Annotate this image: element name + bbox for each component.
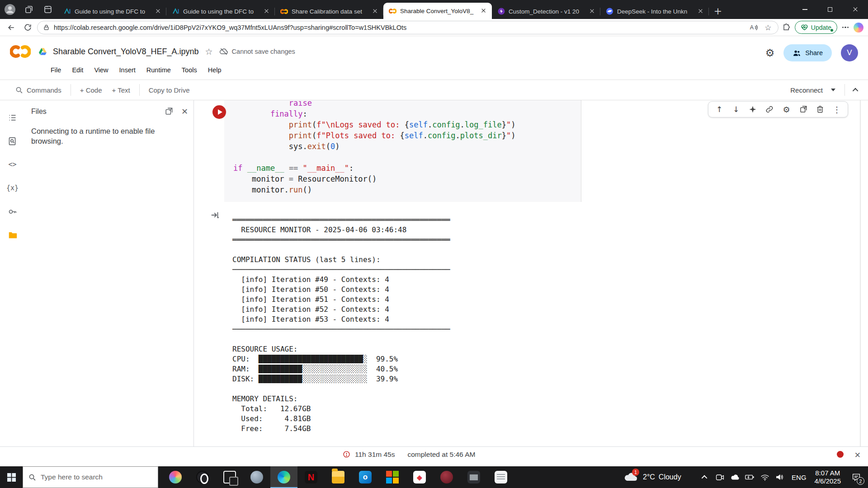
menu-file[interactable]: File — [45, 65, 66, 75]
start-menu-icon[interactable] — [0, 466, 23, 488]
close-tab-icon[interactable] — [155, 8, 162, 15]
collapse-toolbar-icon[interactable] — [852, 88, 860, 92]
menu-tools[interactable]: Tools — [176, 65, 203, 75]
close-tab-icon[interactable] — [697, 8, 704, 15]
close-tab-icon[interactable] — [589, 8, 596, 15]
add-code-button[interactable]: + Code — [78, 86, 104, 94]
wifi-icon[interactable] — [757, 466, 772, 488]
notepad-icon[interactable] — [487, 466, 514, 488]
microsoft-grid-icon[interactable] — [379, 466, 406, 488]
netflix-icon[interactable]: N — [297, 466, 325, 488]
extensions-icon[interactable] — [781, 22, 792, 33]
tab-actions-icon[interactable] — [42, 3, 54, 16]
opera-browser-icon[interactable] — [189, 466, 216, 488]
url-text[interactable]: https://colab.research.google.com/drive/… — [54, 24, 745, 31]
close-tab-icon[interactable] — [372, 8, 379, 15]
close-panel-icon[interactable]: ✕ — [181, 107, 188, 116]
read-aloud-icon[interactable]: A — [748, 22, 759, 33]
battery-icon[interactable] — [742, 466, 757, 488]
menu-bar: FileEditViewInsertRuntimeToolsHelp — [0, 62, 868, 78]
output-options-icon[interactable] — [210, 210, 220, 220]
browser-tab-2[interactable]: Guide to using the DFC to — [166, 4, 275, 19]
commands-label: Commands — [27, 86, 61, 94]
mirror-cell-icon[interactable] — [798, 104, 808, 114]
menu-help[interactable]: Help — [203, 65, 227, 75]
menu-runtime[interactable]: Runtime — [141, 65, 176, 75]
language-indicator[interactable]: ENG — [787, 474, 811, 481]
tab-label: Share Calibration data set — [292, 8, 368, 15]
workspaces-icon[interactable] — [23, 3, 35, 16]
mirror-panel-icon[interactable] — [165, 107, 173, 116]
clock[interactable]: 8:07 AM 4/6/2025 — [811, 469, 844, 485]
delete-cell-icon[interactable] — [815, 104, 825, 114]
files-icon[interactable] — [4, 223, 22, 247]
browser-tab-3[interactable]: Share Calibration data set — [275, 4, 383, 19]
red-app-icon[interactable]: ◆ — [406, 466, 433, 488]
settings-gear-icon[interactable]: ⚙ — [765, 47, 775, 59]
meet-now-icon[interactable] — [712, 466, 727, 488]
move-cell-up-icon[interactable]: ↑ — [714, 104, 724, 114]
photos-dark-icon[interactable] — [460, 466, 487, 488]
browser-tab-5[interactable]: Custom_Detection - v1 20 — [492, 4, 600, 19]
cell-settings-icon[interactable]: ⚙ — [782, 104, 792, 114]
hidden-icons-chevron[interactable] — [698, 466, 712, 488]
move-cell-down-icon[interactable]: ↓ — [731, 104, 741, 114]
reconnect-button[interactable]: Reconnect — [788, 86, 837, 94]
search-highlights-icon[interactable] — [162, 466, 189, 488]
browser-tab-4[interactable]: Sharable Convert_YoloV8_ — [383, 3, 492, 19]
table-of-contents-icon[interactable] — [4, 106, 22, 129]
task-view-icon[interactable] — [216, 466, 243, 488]
share-button[interactable]: Share — [783, 44, 832, 61]
menu-insert[interactable]: Insert — [114, 65, 141, 75]
run-cell-button[interactable] — [212, 105, 226, 119]
copy-link-icon[interactable] — [764, 104, 774, 114]
volume-icon[interactable] — [772, 466, 787, 488]
star-notebook-icon[interactable]: ☆ — [205, 47, 213, 56]
browser-menu-icon[interactable] — [840, 22, 851, 33]
action-center-icon[interactable]: 2 — [844, 466, 868, 488]
close-tab-icon[interactable] — [480, 7, 487, 14]
share-label: Share — [805, 49, 823, 56]
add-text-button[interactable]: + Text — [110, 86, 132, 94]
browser-tab-6[interactable]: DeepSeek - Into the Unkn — [600, 4, 709, 19]
maroon-app-icon[interactable] — [433, 466, 460, 488]
copy-to-drive-button[interactable]: Copy to Drive — [147, 86, 192, 94]
taskbar-search-input[interactable]: Type here to search — [23, 466, 158, 488]
back-icon[interactable] — [5, 21, 18, 34]
favorite-star-icon[interactable]: ☆ — [763, 22, 774, 33]
browser-tab-1[interactable]: Guide to using the DFC to — [58, 4, 166, 19]
gray-app-icon[interactable] — [243, 466, 270, 488]
copilot-icon[interactable] — [854, 23, 863, 33]
update-button[interactable]: Update — [795, 21, 837, 34]
gemini-spark-icon[interactable] — [748, 104, 758, 114]
menu-view[interactable]: View — [89, 65, 113, 75]
refresh-icon[interactable] — [21, 21, 34, 34]
maximize-button[interactable] — [817, 0, 843, 19]
notebook-title[interactable]: Sharable Convert_YoloV8_HEF_A.ipynb — [53, 47, 199, 56]
onedrive-icon[interactable] — [727, 466, 742, 488]
close-tab-icon[interactable] — [263, 8, 270, 15]
more-options-icon[interactable]: ⋮ — [832, 104, 842, 114]
find-and-replace-icon[interactable] — [4, 129, 22, 153]
file-explorer-icon[interactable] — [325, 466, 352, 488]
close-status-bar-icon[interactable]: ✕ — [854, 450, 861, 460]
variables-icon[interactable]: {x} — [4, 176, 22, 200]
search-placeholder: Type here to search — [41, 473, 103, 481]
address-bar[interactable]: https://colab.research.google.com/drive/… — [37, 21, 778, 34]
menu-edit[interactable]: Edit — [66, 65, 89, 75]
new-tab-button[interactable]: + — [712, 5, 724, 17]
secrets-icon[interactable] — [4, 200, 22, 223]
code-snippets-icon[interactable]: <> — [4, 153, 22, 176]
account-avatar[interactable]: V — [841, 44, 858, 61]
close-window-button[interactable] — [843, 0, 868, 19]
recording-dot-icon[interactable] — [837, 451, 844, 458]
notebook-scrollbar[interactable] — [860, 100, 861, 446]
profile-avatar-icon[interactable] — [4, 3, 16, 16]
outlook-icon[interactable]: o — [352, 466, 379, 488]
edge-browser-icon[interactable] — [270, 466, 297, 488]
code-cell-editor[interactable]: raise finally: print(f"\nLogs saved to: … — [224, 100, 581, 202]
weather-widget[interactable]: 1 2°CCloudy — [624, 472, 681, 483]
commands-button[interactable]: Commands — [14, 86, 63, 94]
minimize-button[interactable] — [792, 0, 817, 19]
colab-logo-icon[interactable] — [10, 44, 31, 59]
